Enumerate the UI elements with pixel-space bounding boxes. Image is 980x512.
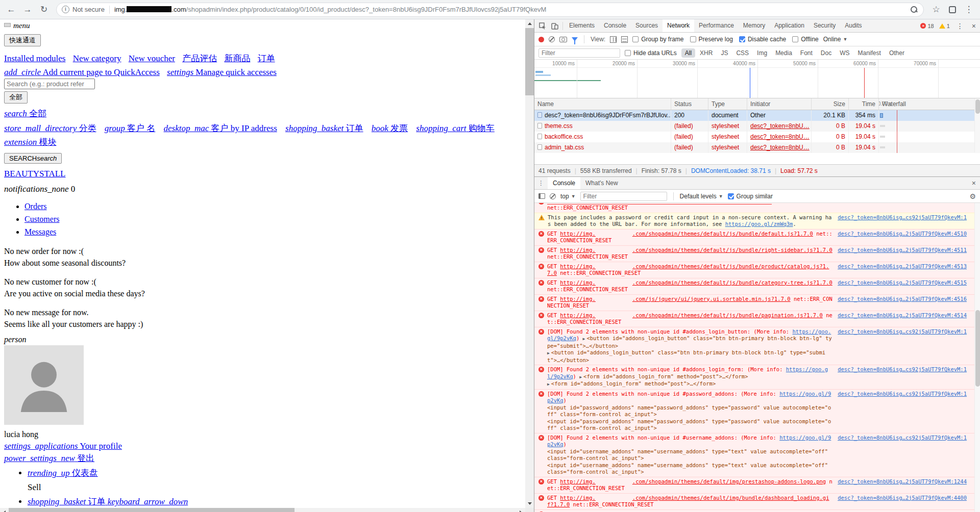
search-submit-button[interactable]: SEARCHsearch: [4, 153, 62, 164]
devtools-menu-icon[interactable]: ⋮: [952, 22, 968, 30]
column-header-name[interactable]: Name: [534, 98, 671, 110]
drawer-menu-icon[interactable]: ⋮: [534, 180, 548, 187]
search-category-link[interactable]: shopping_cart 购物车: [416, 123, 494, 133]
bookmark-star-icon[interactable]: ☆: [929, 3, 943, 17]
record-icon[interactable]: [538, 37, 544, 42]
top-link--[interactable]: 新商品: [224, 54, 250, 63]
search-category-link[interactable]: extension 模块: [4, 137, 56, 147]
network-filter-input[interactable]: [538, 48, 620, 58]
network-option-preserve-log[interactable]: Preserve log: [690, 36, 733, 43]
scroll-down-arrow[interactable]: [525, 499, 534, 508]
tab-sources[interactable]: Sources: [631, 19, 663, 32]
console-source-link[interactable]: desc?_token=8nbU6isg…cs92j5aUT79fQkevM:1: [838, 434, 967, 442]
network-request-row[interactable]: theme.css(failed)stylesheetdesc?_token=8…: [534, 121, 980, 132]
console-source-link[interactable]: desc?_token=8nbU6isg…2j5aUT79fQkevM:4514: [838, 312, 967, 319]
filter-pill-ws[interactable]: WS: [836, 48, 853, 58]
filter-pill-xhr[interactable]: XHR: [696, 48, 716, 58]
nav-link[interactable]: trending_up 仪表盘: [28, 468, 98, 478]
console-sidebar-icon[interactable]: [538, 193, 545, 199]
view-grid-icon[interactable]: [610, 36, 617, 43]
tab-elements[interactable]: Elements: [565, 19, 599, 32]
context-dropdown[interactable]: top▼: [560, 193, 576, 200]
shop-name-link[interactable]: BEAUTYSTALL: [4, 169, 65, 178]
console-source-link[interactable]: desc?_token=8nbU6isg…2j5aUT79fQkevM:4516: [838, 296, 967, 303]
scroll-left-arrow[interactable]: [0, 508, 9, 512]
network-request-row[interactable]: desc?_token=8nbU6isg9JDrF0Fsm7rBJfUlov..…: [534, 110, 980, 121]
initiator-link[interactable]: desc?_token=8nbU…: [750, 133, 810, 140]
console-source-link[interactable]: desc?_token=8nbU6isg…2j5aUT79fQkevM:1244: [838, 478, 967, 485]
search-input[interactable]: [4, 79, 95, 89]
network-option-disable-cache[interactable]: Disable cache: [739, 36, 786, 43]
extensions-icon[interactable]: [945, 3, 960, 17]
reload-icon[interactable]: ↻: [37, 3, 51, 17]
column-header-type[interactable]: Type: [708, 98, 747, 110]
failed-url-link[interactable]: http://img..com/shopadmin/themes/default…: [560, 231, 813, 237]
expand-arrow-icon[interactable]: ▶: [579, 375, 582, 379]
logout-link[interactable]: power_settings_new 登出: [4, 453, 94, 463]
browser-menu-icon[interactable]: ⋮: [962, 3, 976, 17]
error-badge[interactable]: ×18: [920, 23, 934, 29]
top-link-installed-modules[interactable]: Installed modules: [4, 54, 65, 63]
network-timeline-overview[interactable]: 10000 ms20000 ms30000 ms40000 ms50000 ms…: [534, 60, 980, 98]
person-icon[interactable]: person: [4, 335, 27, 344]
scrollbar-thumb[interactable]: [975, 99, 980, 114]
clear-icon[interactable]: [549, 36, 555, 42]
info-icon[interactable]: i: [62, 6, 69, 13]
search-category-link[interactable]: desktop_mac 客户 by IP address: [164, 123, 277, 133]
url-text[interactable]: img..com/shopadmin/index.php/product/cat…: [114, 6, 907, 13]
inspect-element-icon[interactable]: [536, 20, 549, 32]
table-scrollbar[interactable]: [974, 98, 980, 152]
zoom-icon[interactable]: [910, 6, 918, 14]
console-source-link[interactable]: desc?_token=8nbU6isg…2j5aUT79fQkevM:4400: [838, 495, 967, 502]
tab-security[interactable]: Security: [809, 19, 840, 32]
notification-tab-messages[interactable]: Messages: [24, 227, 56, 236]
view-rows-icon[interactable]: [621, 36, 628, 43]
expand-arrow-icon[interactable]: ▶: [583, 337, 585, 341]
forward-icon[interactable]: →: [20, 3, 35, 17]
network-option-offline[interactable]: Offline: [792, 36, 818, 43]
tab-console[interactable]: Console: [599, 19, 631, 32]
network-request-row[interactable]: admin_tab.css(failed)stylesheetdesc?_tok…: [534, 142, 980, 153]
console-link[interactable]: https://goo.gl/zmWq3m: [725, 221, 793, 227]
notifications-icon[interactable]: notifications_none: [4, 184, 69, 194]
scrollbar-thumb[interactable]: [525, 28, 534, 95]
filter-pill-all[interactable]: All: [681, 48, 695, 58]
scrollbar-thumb[interactable]: [975, 310, 980, 387]
filter-pill-other[interactable]: Other: [886, 48, 908, 58]
tab-performance[interactable]: Performance: [694, 19, 739, 32]
failed-url-link[interactable]: http://img..com/shopadmin/themes/default…: [560, 247, 832, 253]
back-icon[interactable]: ←: [4, 3, 18, 17]
console-source-link[interactable]: desc?_token=8nbU6isg…cs92j5aUT79fQkevM:1: [838, 214, 967, 221]
drawer-tab-console[interactable]: Console: [548, 177, 580, 189]
nav-link[interactable]: shopping_basket 订单 keyboard_arrow_down: [28, 497, 188, 506]
initiator-link[interactable]: desc?_token=8nbU…: [750, 144, 810, 151]
devtools-close-icon[interactable]: ×: [968, 22, 980, 30]
filter-pill-font[interactable]: Font: [797, 48, 816, 58]
expand-arrow-icon[interactable]: ▶: [547, 351, 550, 355]
console-filter-input[interactable]: [580, 192, 667, 201]
collapsed-widget[interactable]: [4, 23, 11, 27]
expand-arrow-icon[interactable]: ▶: [547, 382, 550, 387]
hide-data-urls-option[interactable]: Hide data URLs: [625, 49, 677, 57]
address-bar[interactable]: i Not secure img..com/shopadmin/index.ph…: [56, 3, 924, 17]
scroll-up-arrow[interactable]: [525, 19, 534, 28]
group-similar-option[interactable]: Group similar: [728, 193, 773, 200]
quick-access-link[interactable]: add_circle Add current page to QuickAcce…: [4, 67, 160, 77]
network-option-group-by-frame[interactable]: Group by frame: [632, 36, 683, 43]
console-source-link[interactable]: desc?_token=8nbU6isg…2j5aUT79fQkevM:4511: [838, 247, 967, 254]
clear-console-icon[interactable]: [550, 193, 556, 199]
drawer-close-icon[interactable]: ×: [968, 179, 980, 187]
filter-pill-js[interactable]: JS: [717, 48, 731, 58]
console-source-link[interactable]: desc?_token=8nbU6isg…2j5aUT79fQkevM:4510: [838, 231, 967, 238]
top-link-new-voucher[interactable]: New voucher: [129, 54, 175, 63]
top-link-new-category[interactable]: New category: [73, 54, 121, 63]
filter-pill-manifest[interactable]: Manifest: [854, 48, 885, 58]
column-header-initiator[interactable]: Initiator: [747, 98, 812, 110]
page-vertical-scrollbar[interactable]: [525, 19, 534, 508]
tab-network[interactable]: Network: [663, 19, 694, 32]
console-settings-gear-icon[interactable]: ⚙: [969, 192, 976, 200]
search-category-link[interactable]: shopping_basket 订单: [285, 123, 363, 133]
throttling-dropdown[interactable]: Online▼: [823, 36, 848, 43]
console-source-link[interactable]: desc?_token=8nbU6isg…2j5aUT79fQkevM:4513: [838, 263, 967, 270]
filter-funnel-icon[interactable]: [572, 37, 578, 41]
